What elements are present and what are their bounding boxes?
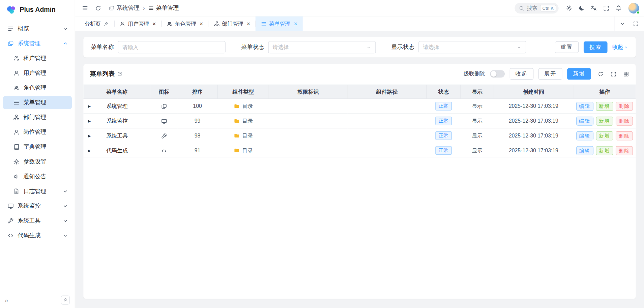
sidebar-item-config[interactable]: 参数设置: [3, 155, 72, 168]
delete-button[interactable]: 删除: [616, 146, 633, 155]
tabs-dropdown-chevron-icon[interactable]: [618, 19, 627, 28]
expand-row-icon[interactable]: [88, 119, 91, 123]
sidebar-item-role[interactable]: 角色管理: [3, 81, 72, 94]
delete-button[interactable]: 删除: [616, 116, 633, 125]
sidebar-item-user[interactable]: 用户管理: [3, 66, 72, 80]
filter-select-菜单状态[interactable]: 请选择: [268, 41, 376, 54]
settings-gear-icon[interactable]: [563, 2, 575, 14]
collapse-filters-link[interactable]: 收起: [612, 43, 628, 51]
sidebar-item-menu[interactable]: 菜单管理: [3, 96, 72, 109]
breadcrumb-item-system[interactable]: 系统管理: [109, 4, 140, 12]
user-icon: [13, 129, 20, 135]
refresh-table-icon[interactable]: [597, 71, 604, 77]
add-row-button[interactable]: 新增: [596, 131, 613, 140]
users-icon: [167, 21, 172, 27]
pin-icon[interactable]: [103, 21, 109, 27]
content-fullscreen-icon[interactable]: [631, 19, 641, 28]
delete-button[interactable]: 删除: [616, 101, 633, 111]
sidebar-item-overview[interactable]: 概览: [3, 22, 72, 35]
table-fullscreen-icon[interactable]: [610, 71, 616, 77]
table-row-系统工具[interactable]: 系统工具98目录正常显示2025-12-30 17:03:19编辑新增删除: [83, 128, 636, 143]
cascade-delete-toggle[interactable]: [490, 70, 505, 78]
filter-select-显示状态[interactable]: 请选择: [418, 41, 526, 54]
sidebar-item-log[interactable]: 日志管理: [3, 185, 72, 198]
global-search[interactable]: 搜索 Ctrl K: [515, 3, 559, 13]
sidebar-item-system[interactable]: 系统管理: [3, 37, 72, 50]
sidebar-item-gen[interactable]: 代码生成: [3, 229, 72, 242]
add-row-button[interactable]: 新增: [596, 146, 613, 155]
cell-component-type: 目录: [217, 99, 269, 114]
refresh-page-icon[interactable]: [92, 2, 104, 14]
reset-button[interactable]: 重置: [555, 41, 579, 53]
cell-component-type: 目录: [217, 143, 269, 158]
sidebar-item-label: 角色管理: [23, 84, 68, 92]
cell-display: 显示: [461, 99, 494, 114]
breadcrumb-item-menu[interactable]: 菜单管理: [148, 4, 179, 12]
tab-用户管理[interactable]: 用户管理×: [114, 17, 162, 31]
sidebar-item-label: 字典管理: [23, 143, 68, 151]
user-avatar[interactable]: [628, 3, 639, 13]
chevron-down-icon: [62, 26, 68, 32]
add-menu-button[interactable]: 新增: [567, 68, 591, 80]
expand-all-button[interactable]: 展开: [538, 68, 562, 80]
sidebar-item-dept[interactable]: 部门管理: [3, 111, 72, 124]
help-question-icon[interactable]: [117, 71, 123, 77]
close-tab-icon[interactable]: ×: [152, 21, 156, 27]
filter-label: 菜单状态: [241, 43, 264, 51]
table-row-系统管理[interactable]: 系统管理100目录正常显示2025-12-30 17:03:19编辑新增删除: [83, 99, 636, 114]
tab-分析页[interactable]: 分析页: [79, 17, 114, 31]
chevron-down-icon: [366, 44, 371, 50]
expand-row-icon[interactable]: [88, 104, 91, 108]
menu-name-text: 代码生成: [107, 147, 128, 153]
tab-部门管理[interactable]: 部门管理×: [208, 17, 256, 31]
sidebar-item-tenant[interactable]: 租户管理: [3, 52, 72, 65]
edit-button[interactable]: 编辑: [576, 101, 593, 111]
filter-text-input[interactable]: [122, 44, 221, 50]
sidebar-item-dict[interactable]: 字典管理: [3, 141, 72, 154]
footer-user-icon[interactable]: [61, 296, 70, 305]
delete-button[interactable]: 删除: [616, 131, 633, 140]
add-row-button[interactable]: 新增: [596, 116, 613, 125]
status-badge: 正常: [435, 117, 452, 125]
list-title: 菜单列表: [90, 70, 115, 78]
cell-order: 98: [177, 128, 218, 143]
collapse-sidebar-button[interactable]: «: [5, 297, 8, 304]
edit-button[interactable]: 编辑: [576, 146, 593, 155]
expand-row-icon[interactable]: [88, 148, 91, 152]
hamburger-menu-icon[interactable]: [79, 2, 91, 14]
table-row-代码生成[interactable]: 代码生成91目录正常显示2025-12-30 17:03:19编辑新增删除: [83, 143, 636, 158]
close-tab-icon[interactable]: ×: [294, 21, 297, 27]
expand-row-icon[interactable]: [88, 133, 91, 137]
close-tab-icon[interactable]: ×: [247, 21, 251, 27]
chevron-up-icon: [623, 45, 628, 50]
cell-status: 正常: [427, 99, 461, 114]
add-row-button[interactable]: 新增: [596, 101, 613, 111]
table-row-系统监控[interactable]: 系统监控99目录正常显示2025-12-30 17:03:19编辑新增删除: [83, 114, 636, 128]
tab-角色管理[interactable]: 角色管理×: [161, 17, 208, 31]
column-settings-icon[interactable]: [623, 71, 629, 77]
sidebar-item-post[interactable]: 岗位管理: [3, 126, 72, 139]
edit-button[interactable]: 编辑: [576, 116, 593, 125]
filter-input-菜单名称[interactable]: [118, 41, 226, 54]
notifications-bell-icon[interactable]: [613, 2, 624, 14]
content-area: 菜单名称菜单状态请选择显示状态请选择 重置 搜索 收起 菜单列表: [75, 31, 644, 308]
sidebar-item-monitor[interactable]: 系统监控: [3, 199, 72, 213]
tab-bar-controls: [614, 17, 644, 31]
search-button[interactable]: 搜索: [584, 41, 608, 53]
status-badge: 正常: [435, 102, 452, 111]
type-label: 目录: [242, 117, 253, 125]
logo[interactable]: Plus Admin: [0, 0, 75, 20]
tab-label: 用户管理: [128, 20, 149, 27]
language-icon[interactable]: [588, 2, 599, 14]
collapse-all-button[interactable]: 收起: [510, 68, 534, 80]
edit-button[interactable]: 编辑: [576, 131, 593, 140]
close-tab-icon[interactable]: ×: [200, 21, 203, 27]
tab-菜单管理[interactable]: 菜单管理×: [256, 17, 303, 31]
sidebar-item-tool[interactable]: 系统工具: [3, 214, 72, 227]
dark-mode-moon-icon[interactable]: [576, 2, 587, 14]
tab-bar: 分析页用户管理×角色管理×部门管理×菜单管理×: [75, 17, 644, 31]
online-status-dot: [636, 10, 640, 14]
fullscreen-icon[interactable]: [601, 2, 612, 14]
sidebar-item-notice[interactable]: 通知公告: [3, 170, 72, 183]
menu-name-text: 系统工具: [107, 132, 128, 138]
